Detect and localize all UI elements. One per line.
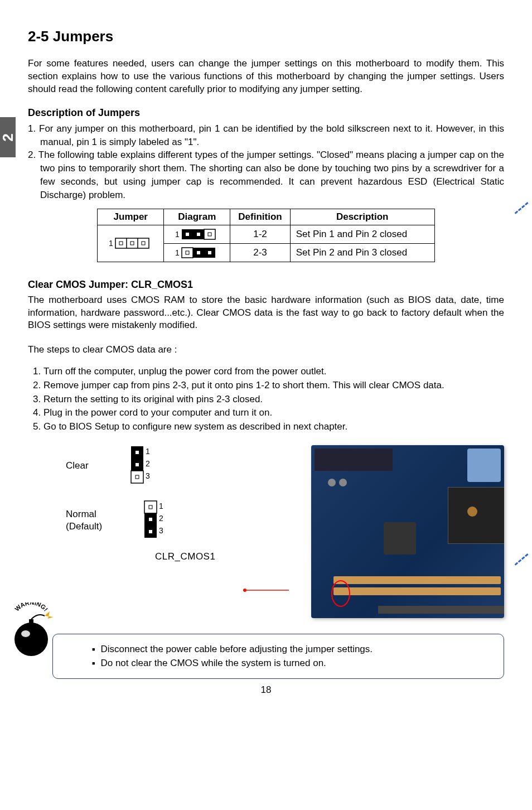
svg-rect-11 [204,229,215,239]
cell-def-12: 1-2 [230,225,290,243]
table-header-row: Jumper Diagram Definition Description [98,209,434,225]
svg-rect-14 [182,248,193,258]
steps-list: Turn off the computer, unplug the power … [28,365,504,433]
step-item: Plug in the power cord to your computer … [43,406,504,420]
jumper-3pin-icon: 1 [105,236,156,250]
th-jumper: Jumper [98,209,164,225]
svg-text:1: 1 [159,502,163,510]
svg-text:2: 2 [146,459,150,468]
description-item-1: 1. For any jumper on this motherboard, p… [28,122,504,149]
description-item-2: 2. The following table explains differen… [28,148,504,201]
svg-text:3: 3 [146,471,150,480]
svg-text:1: 1 [175,230,180,239]
normal-label-line2: (Default) [66,521,102,532]
th-description: Description [290,209,434,225]
warning-item: Do not clear the CMOS while the system i… [92,656,492,671]
warning-item: Disconnect the power cable before adjust… [92,642,492,657]
svg-rect-4 [119,242,123,245]
svg-rect-8 [182,229,204,239]
svg-rect-16 [193,248,215,258]
svg-rect-20 [136,451,139,454]
warning-bomb-icon: WARNING! [3,602,59,658]
svg-rect-18 [208,251,211,254]
normal-pins-icon: 1 2 3 [141,500,168,541]
jumper-location-highlight [331,580,350,607]
svg-rect-6 [142,242,145,245]
description-heading: Description of Jumpers [28,107,504,119]
svg-text:3: 3 [159,526,163,535]
warning-box: WARNING! Disconnect the power cable befo… [28,634,504,679]
svg-rect-10 [197,233,200,236]
jumper-state-diagrams: Clear 1 2 3 Normal [28,445,235,562]
step-item: Go to BIOS Setup to configure new system… [43,420,504,434]
clear-label: Clear [66,460,89,471]
svg-point-39 [21,630,30,637]
clear-pins-icon: 1 2 3 [128,445,154,486]
svg-rect-28 [149,505,152,509]
normal-label-line1: Normal [66,509,96,519]
svg-rect-5 [130,242,134,245]
jumper-12-closed-icon: 1 [172,228,222,241]
svg-rect-40 [29,619,33,626]
svg-rect-29 [144,513,157,538]
intro-paragraph: For some features needed, users can chan… [28,57,504,96]
cell-desc-12: Set Pin 1 and Pin 2 closed [290,225,434,243]
cell-diagram-23: 1 [164,243,230,262]
section-title: 2-5 Jumpers [28,28,504,45]
th-definition: Definition [230,209,290,225]
jumper-table: Jumper Diagram Definition Description 1 [97,209,434,262]
svg-rect-30 [149,518,152,521]
motherboard-image [311,445,504,618]
svg-marker-41 [45,611,54,619]
svg-rect-9 [186,233,189,236]
diagram-row: Clear 1 2 3 Normal [28,445,504,618]
svg-text:1: 1 [109,239,113,248]
svg-rect-21 [136,463,139,466]
svg-rect-23 [136,475,139,479]
step-item: Return the setting to its original with … [43,393,504,407]
table-row: 1 1 1-2 S [98,225,434,243]
svg-rect-19 [131,446,143,471]
step-item: Remove jumper cap from pins 2-3, put it … [43,379,504,393]
page-number: 18 [28,684,504,696]
svg-rect-12 [208,233,211,236]
jumper-23-closed-icon: 1 [172,246,222,259]
steps-lead: The steps to clear CMOS data are : [28,344,504,355]
indicator-line [240,451,289,607]
svg-rect-27 [144,501,157,513]
svg-rect-17 [197,251,200,254]
svg-rect-31 [149,530,152,533]
svg-rect-1 [115,238,149,248]
cmos-heading: Clear CMOS Jumper: CLR_CMOS1 [28,279,504,291]
svg-point-38 [14,623,48,656]
th-diagram: Diagram [164,209,230,225]
svg-rect-22 [131,471,143,483]
svg-rect-15 [186,251,189,254]
svg-text:1: 1 [146,447,150,456]
jumper-name-label: CLR_CMOS1 [155,551,235,562]
step-item: Turn off the computer, unplug the power … [43,365,504,379]
svg-text:2: 2 [159,514,163,523]
cell-desc-23: Set Pin 2 and Pin 3 closed [290,243,434,262]
svg-text:WARNING!: WARNING! [13,602,49,613]
cell-diagram-12: 1 [164,225,230,243]
svg-text:1: 1 [175,248,180,257]
cell-jumper-diagram: 1 [98,225,164,262]
normal-label: Normal (Default) [66,508,102,532]
cell-def-23: 2-3 [230,243,290,262]
cmos-description: The motherboard uses CMOS RAM to store t… [28,294,504,332]
